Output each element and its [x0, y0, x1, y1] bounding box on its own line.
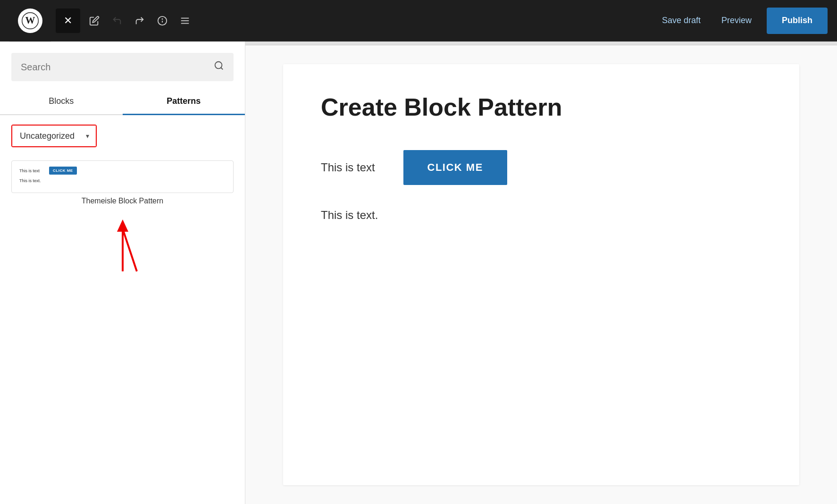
- content-area: Create Block Pattern This is text CLICK …: [245, 42, 837, 504]
- dropdown-container: Uncategorized All Featured Text Hero ▾: [12, 126, 96, 146]
- svg-line-12: [123, 229, 137, 271]
- menu-button[interactable]: [175, 10, 195, 31]
- top-border: [245, 42, 837, 45]
- red-arrow-icon: [104, 215, 142, 276]
- svg-text:W: W: [25, 15, 35, 26]
- info-button[interactable]: [152, 10, 173, 31]
- pattern-card[interactable]: This is text CLICK ME This is text. Them…: [11, 160, 234, 205]
- pattern-preview: This is text CLICK ME This is text.: [11, 160, 234, 193]
- toolbar-right: Save draft Preview Publish: [656, 8, 828, 34]
- category-select[interactable]: Uncategorized All Featured Text Hero: [12, 126, 96, 146]
- arrow-annotation: [11, 215, 234, 276]
- preview-text-1: This is text: [19, 168, 40, 173]
- search-bar: [11, 53, 234, 81]
- preview-click-btn: CLICK ME: [49, 167, 77, 175]
- svg-line-9: [221, 67, 223, 69]
- sidebar-content: Uncategorized All Featured Text Hero ▾ T…: [0, 115, 245, 504]
- sidebar: Blocks Patterns Uncategorized All Featur…: [0, 42, 245, 504]
- preview-text-2: This is text.: [19, 178, 41, 183]
- save-draft-button[interactable]: Save draft: [656, 12, 706, 29]
- page-title-area: Create Block Pattern: [321, 92, 762, 122]
- edit-icon-button[interactable]: [84, 10, 105, 31]
- content-block-2: This is text.: [321, 209, 762, 222]
- wp-logo: W: [9, 0, 51, 42]
- tab-patterns[interactable]: Patterns: [123, 89, 245, 115]
- close-button[interactable]: ✕: [56, 8, 80, 33]
- content-block-1: This is text CLICK ME: [321, 150, 762, 185]
- pattern-preview-row1: This is text CLICK ME: [19, 167, 226, 175]
- search-input[interactable]: [21, 62, 208, 73]
- pattern-preview-row2: This is text.: [19, 178, 226, 183]
- block-row-1: This is text CLICK ME: [321, 150, 762, 185]
- tab-blocks[interactable]: Blocks: [0, 89, 123, 115]
- svg-point-8: [215, 62, 222, 69]
- click-me-button[interactable]: CLICK ME: [403, 150, 507, 185]
- search-icon: [214, 60, 224, 74]
- toolbar: W ✕ Save dr: [0, 0, 837, 42]
- block-text-2: This is text.: [321, 209, 762, 222]
- page-title: Create Block Pattern: [321, 92, 762, 122]
- tabs: Blocks Patterns: [0, 89, 245, 115]
- publish-button[interactable]: Publish: [767, 8, 828, 34]
- undo-button[interactable]: [107, 10, 127, 31]
- pattern-label: Themeisle Block Pattern: [11, 197, 234, 205]
- redo-button[interactable]: [129, 10, 150, 31]
- preview-button[interactable]: Preview: [716, 12, 757, 29]
- editor-area: Create Block Pattern This is text CLICK …: [283, 64, 799, 485]
- block-text-1: This is text: [321, 161, 375, 174]
- main-layout: Blocks Patterns Uncategorized All Featur…: [0, 42, 837, 504]
- wordpress-icon: W: [18, 8, 42, 33]
- category-dropdown-wrapper: Uncategorized All Featured Text Hero ▾: [11, 125, 97, 147]
